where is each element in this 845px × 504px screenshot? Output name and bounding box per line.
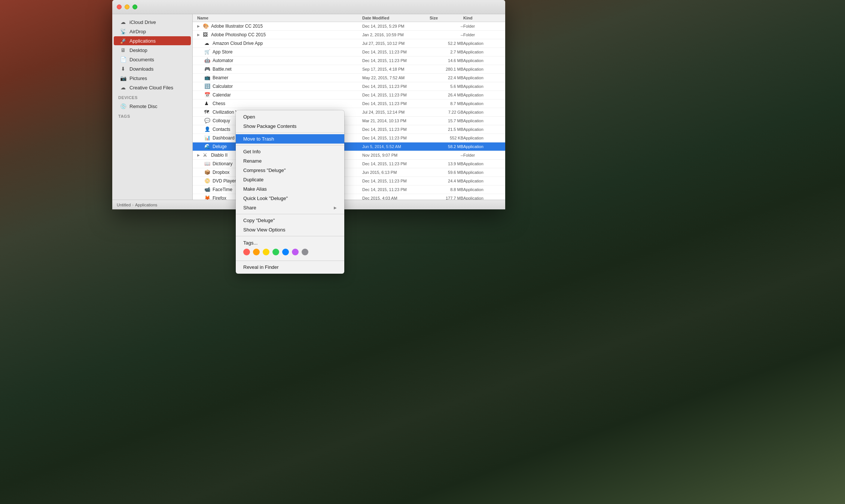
file-kind: Application xyxy=(463,58,501,63)
ctx-reveal-in-finder[interactable]: Reveal in Finder xyxy=(236,262,344,272)
file-size: 21.5 MB xyxy=(430,127,463,132)
col-kind[interactable]: Kind xyxy=(463,16,501,20)
file-icon: 💬 xyxy=(204,118,210,124)
tag-color-dot[interactable] xyxy=(253,249,260,255)
file-row[interactable]: 🔢 Calculator Dec 14, 2015, 11:23 PM 5.6 … xyxy=(193,82,505,91)
ctx-move-to-trash[interactable]: Move to Trash xyxy=(236,134,344,144)
file-icon: 🌊 xyxy=(204,144,210,150)
file-name: Dashboard xyxy=(213,135,235,141)
file-row[interactable]: 🎮 Battle.net Sep 17, 2015, 4:18 PM 280.1… xyxy=(193,65,505,74)
file-size: 5.6 MB xyxy=(430,84,463,89)
maximize-button[interactable] xyxy=(132,4,137,9)
file-size: 280.1 MB xyxy=(430,67,463,71)
col-date[interactable]: Date Modified xyxy=(362,16,430,20)
ctx-tags-section: Tags... xyxy=(236,238,344,259)
file-date: Dec 14, 2015, 11:23 PM xyxy=(362,58,430,63)
sidebar-item-pictures[interactable]: 📷 Pictures xyxy=(114,74,191,83)
file-row[interactable]: 📺 Beamer May 22, 2015, 7:52 AM 22.4 MB A… xyxy=(193,74,505,82)
file-date: Jun 2015, 6:13 PM xyxy=(362,170,430,175)
file-size: -- xyxy=(430,153,463,157)
ctx-separator-3 xyxy=(236,236,344,236)
file-size: 177.7 MB xyxy=(430,196,463,200)
file-size: 2.7 MB xyxy=(430,50,463,54)
sidebar-item-remote-disc[interactable]: 💿 Remote Disc xyxy=(114,102,191,111)
file-icon: 🗺 xyxy=(204,109,210,115)
tag-color-dot[interactable] xyxy=(282,249,289,255)
ctx-tag-dots xyxy=(243,249,337,255)
sidebar-item-downloads[interactable]: ⬇ Downloads xyxy=(114,64,191,73)
ctx-copy[interactable]: Copy "Deluge" xyxy=(236,216,344,225)
close-button[interactable] xyxy=(117,4,122,9)
tag-color-dot[interactable] xyxy=(263,249,269,255)
sidebar-item-applications[interactable]: 🚀 Applications xyxy=(114,36,191,45)
file-size: 52.2 MB xyxy=(430,41,463,46)
file-name: Dictionary xyxy=(213,161,232,166)
ctx-duplicate[interactable]: Duplicate xyxy=(236,175,344,184)
ctx-make-alias[interactable]: Make Alias xyxy=(236,184,344,194)
sidebar-item-documents[interactable]: 📄 Documents xyxy=(114,55,191,64)
desktop-icon: 🖥 xyxy=(120,47,126,53)
file-kind: Application xyxy=(463,101,501,106)
file-size: 58.2 MB xyxy=(430,144,463,149)
file-row[interactable]: 📅 Calendar Dec 14, 2015, 11:23 PM 26.4 M… xyxy=(193,91,505,99)
ctx-share[interactable]: Share ▶ xyxy=(236,203,344,212)
file-name: Firefox xyxy=(213,196,226,200)
ctx-separator-1 xyxy=(236,145,344,145)
ctx-open[interactable]: Open xyxy=(236,112,344,122)
file-name: Adobe Photoshop CC 2015 xyxy=(211,32,266,37)
ctx-quick-look[interactable]: Quick Look "Deluge" xyxy=(236,194,344,203)
file-size: 552 KB xyxy=(430,136,463,140)
remote-disc-icon: 💿 xyxy=(120,103,126,109)
file-date: Sep 17, 2015, 4:18 PM xyxy=(362,67,430,71)
ctx-show-view-options[interactable]: Show View Options xyxy=(236,225,344,234)
ctx-separator-reveal xyxy=(236,261,344,261)
file-size: 8.8 MB xyxy=(430,187,463,192)
file-size: 26.4 MB xyxy=(430,93,463,97)
breadcrumb-untitled[interactable]: Untitled xyxy=(117,203,131,207)
ctx-get-info[interactable]: Get Info xyxy=(236,147,344,156)
tag-color-dot[interactable] xyxy=(272,249,279,255)
tag-color-dot[interactable] xyxy=(302,249,308,255)
file-size: 15.7 MB xyxy=(430,119,463,123)
tag-color-dot[interactable] xyxy=(243,249,250,255)
file-row[interactable]: 🤖 Automator Dec 14, 2015, 11:23 PM 14.6 … xyxy=(193,56,505,65)
pictures-icon: 📷 xyxy=(120,75,126,81)
file-size: -- xyxy=(430,24,463,28)
file-name: Chess xyxy=(213,101,225,106)
file-kind: Application xyxy=(463,110,501,114)
file-row[interactable]: ▶ 🎨 Adobe Illustrator CC 2015 Dec 14, 20… xyxy=(193,22,505,31)
sidebar-item-creative-cloud[interactable]: ☁ Creative Cloud Files xyxy=(114,83,191,92)
file-icon: 📺 xyxy=(204,75,210,81)
file-name: Automator xyxy=(213,58,233,63)
col-name[interactable]: Name xyxy=(197,16,362,20)
breadcrumb-applications[interactable]: Applications xyxy=(135,203,157,207)
file-kind: Folder xyxy=(463,33,501,37)
file-row[interactable]: ♟ Chess Dec 14, 2015, 11:23 PM 8.7 MB Ap… xyxy=(193,99,505,108)
sidebar-item-icloud-drive[interactable]: ☁ iCloud Drive xyxy=(114,18,191,27)
file-row[interactable]: 🛒 App Store Dec 14, 2015, 11:23 PM 2.7 M… xyxy=(193,48,505,56)
minimize-button[interactable] xyxy=(125,4,129,9)
file-date: Jun 5, 2014, 5:52 AM xyxy=(362,144,430,149)
file-date: Dec 14, 2015, 11:23 PM xyxy=(362,93,430,97)
airdrop-icon: 📡 xyxy=(120,28,126,34)
file-kind: Application xyxy=(463,93,501,97)
file-row[interactable]: ▶ 🖼 Adobe Photoshop CC 2015 Jan 2, 2016,… xyxy=(193,31,505,39)
file-icon: 📹 xyxy=(204,187,210,193)
sidebar-item-desktop[interactable]: 🖥 Desktop xyxy=(114,46,191,55)
ctx-compress[interactable]: Compress "Deluge" xyxy=(236,166,344,175)
file-date: Jul 24, 2015, 12:14 PM xyxy=(362,110,430,114)
tag-color-dot[interactable] xyxy=(292,249,299,255)
share-arrow-icon: ▶ xyxy=(334,206,337,210)
sidebar: ☁ iCloud Drive 📡 AirDrop 🚀 Applications … xyxy=(112,14,193,200)
col-size[interactable]: Size xyxy=(430,16,463,20)
file-icon: 🎨 xyxy=(203,23,209,29)
ctx-show-package-contents[interactable]: Show Package Contents xyxy=(236,122,344,131)
ctx-group-open: Open Show Package Contents xyxy=(236,112,344,133)
sidebar-item-airdrop[interactable]: 📡 AirDrop xyxy=(114,27,191,36)
file-date: Dec 14, 2015, 11:23 PM xyxy=(362,101,430,106)
ctx-rename[interactable]: Rename xyxy=(236,156,344,166)
file-kind: Application xyxy=(463,179,501,183)
applications-icon: 🚀 xyxy=(120,38,126,44)
file-kind: Application xyxy=(463,127,501,132)
file-row[interactable]: ☁ Amazon Cloud Drive App Jul 27, 2015, 1… xyxy=(193,39,505,48)
